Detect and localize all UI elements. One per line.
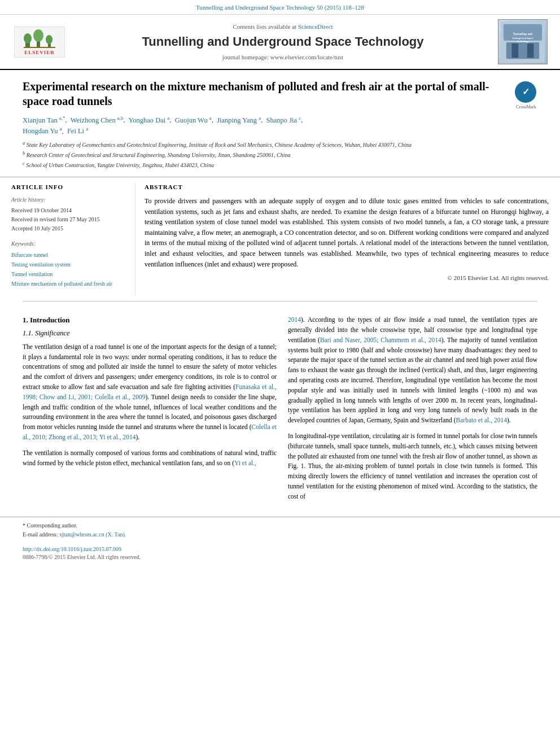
issn-line: 0886-7798/© 2015 Elsevier Ltd. All right… bbox=[23, 553, 537, 561]
sciencedirect-link[interactable]: ScienceDirect bbox=[298, 23, 333, 30]
journal-logo-left: ELSEVIER bbox=[11, 27, 68, 58]
body-para2: The ventilation is normally composed of … bbox=[23, 448, 277, 469]
section-divider bbox=[23, 301, 537, 302]
body-para1: The ventilation design of a road tunnel … bbox=[23, 342, 277, 443]
email-link[interactable]: xjtan@whrsm.ac.cn (X. Tan). bbox=[59, 531, 126, 538]
ref-barbato[interactable]: Barbato et al., 2014 bbox=[456, 417, 507, 423]
journal-title: Tunnelling and Underground Space Technol… bbox=[73, 33, 492, 51]
author-3: Yonghao Dai a bbox=[128, 116, 169, 124]
affiliation-b: b Research Center of Geotechnical and St… bbox=[23, 150, 509, 159]
svg-rect-11 bbox=[527, 43, 534, 58]
affiliation-a: a State Key Laboratory of Geomechanics a… bbox=[23, 140, 509, 149]
crossmark-icon: ✓ bbox=[515, 81, 536, 103]
crossmark-label: CrossMark bbox=[515, 104, 537, 110]
article-history: Article history: Received 19 October 201… bbox=[11, 196, 126, 233]
ref-colella[interactable]: Colella et al., 2010; Zhong et al., 2013… bbox=[23, 423, 277, 440]
body-content: 1. Introduction 1.1. Significance The ve… bbox=[0, 307, 560, 508]
ref-yi[interactable]: Yi et al., bbox=[234, 460, 256, 466]
author-8: Fei Li a bbox=[67, 127, 88, 135]
author-1: Xianjun Tan a,* bbox=[23, 116, 65, 124]
ref-bari[interactable]: Bari and Naser, 2005; Chammem et al., 20… bbox=[320, 337, 441, 343]
svg-point-3 bbox=[33, 29, 43, 42]
keywords-label: Keywords: bbox=[11, 240, 126, 248]
author-2: Weizhong Chen a,b bbox=[71, 116, 124, 124]
left-column: ARTICLE INFO Article history: Received 1… bbox=[11, 183, 135, 295]
doi-link-line: http://dx.doi.org/10.1016/j.tust.2015.07… bbox=[23, 545, 537, 553]
article-title-section: Experimental research on the mixture mec… bbox=[0, 70, 560, 177]
author-6: Shanpo Jia c bbox=[266, 116, 301, 124]
bottom-footer: http://dx.doi.org/10.1016/j.tust.2015.07… bbox=[0, 543, 560, 563]
svg-text:Underground Space: Underground Space bbox=[512, 37, 533, 40]
svg-rect-10 bbox=[512, 43, 519, 58]
journal-logo-right-box: Tunnelling and Underground Space Technol… bbox=[498, 19, 548, 64]
svg-text:Tunnelling and: Tunnelling and bbox=[513, 33, 532, 36]
author-7: Hongdan Yu a bbox=[23, 127, 62, 135]
affiliation-c: c School of Urban Construction, Yangtze … bbox=[23, 160, 509, 169]
abstract-text: To provide drivers and passengers with a… bbox=[145, 196, 549, 269]
authors-line: Xianjun Tan a,*, Weizhong Chen a,b, Yong… bbox=[23, 114, 509, 136]
svg-rect-6 bbox=[24, 47, 55, 48]
keyword-1: Bifurcate tunnel bbox=[11, 250, 126, 260]
email-note: E-mail address: xjtan@whrsm.ac.cn (X. Ta… bbox=[23, 531, 126, 539]
doi-link[interactable]: http://dx.doi.org/10.1016/j.tust.2015.07… bbox=[23, 546, 121, 552]
keywords-list: Bifurcate tunnel Testing ventilation sys… bbox=[11, 250, 126, 289]
ref-2014[interactable]: 2014 bbox=[288, 316, 301, 323]
ref-funasaka[interactable]: Funasaka et al., 1998; Chow and Li, 2001… bbox=[23, 383, 277, 400]
abstract-heading: ABSTRACT bbox=[145, 183, 549, 191]
article-title: Experimental research on the mixture mec… bbox=[23, 79, 509, 108]
article-info-heading: ARTICLE INFO bbox=[11, 183, 126, 191]
author-4: Guojun Wu a bbox=[175, 116, 212, 124]
journal-homepage: journal homepage: www.elsevier.com/locat… bbox=[73, 53, 492, 62]
journal-center: Contents lists available at ScienceDirec… bbox=[73, 23, 492, 62]
elsevier-logo: ELSEVIER bbox=[14, 27, 65, 58]
section1-title: 1. Introduction bbox=[23, 315, 277, 325]
svg-rect-9 bbox=[506, 42, 540, 59]
top-bar: Tunnelling and Underground Space Technol… bbox=[0, 0, 560, 15]
journal-logo-right: Tunnelling and Underground Space Technol… bbox=[498, 19, 549, 64]
affiliations: a State Key Laboratory of Geomechanics a… bbox=[23, 140, 509, 170]
article-title-text: Experimental research on the mixture mec… bbox=[23, 79, 509, 171]
sciencedirect-line: Contents lists available at ScienceDirec… bbox=[73, 23, 492, 31]
main-content: ARTICLE INFO Article history: Received 1… bbox=[0, 183, 560, 295]
body-right-para1: 2014). According to the types of air flo… bbox=[288, 315, 537, 426]
corresponding-author-note: * Corresponding author. bbox=[23, 522, 126, 530]
keyword-3: Tunnel ventilation bbox=[11, 269, 126, 279]
journal-header: ELSEVIER Contents lists available at Sci… bbox=[0, 15, 560, 70]
body-right: 2014). According to the types of air flo… bbox=[288, 315, 537, 508]
journal-citation: Tunnelling and Underground Space Technol… bbox=[196, 4, 364, 11]
abstract-column: ABSTRACT To provide drivers and passenge… bbox=[135, 183, 549, 295]
svg-point-5 bbox=[46, 35, 53, 44]
keyword-2: Testing ventilation system bbox=[11, 260, 126, 269]
footer-left: * Corresponding author. E-mail address: … bbox=[23, 522, 126, 539]
keywords-block: Keywords: Bifurcate tunnel Testing venti… bbox=[11, 240, 126, 289]
body-right-para2: In longitudinal-type ventilation, circul… bbox=[288, 431, 537, 502]
svg-text:Technology: Technology bbox=[517, 40, 529, 43]
copyright: © 2015 Elsevier Ltd. All rights reserved… bbox=[145, 274, 549, 282]
svg-point-1 bbox=[24, 33, 32, 43]
subsection1-title: 1.1. Significance bbox=[23, 329, 277, 339]
author-5: Jianping Yang a bbox=[217, 116, 261, 124]
keyword-4: Mixture mechanism of polluted and fresh … bbox=[11, 279, 126, 289]
history-label: Article history: bbox=[11, 196, 126, 204]
crossmark-badge: ✓ CrossMark bbox=[515, 81, 537, 104]
body-left: 1. Introduction 1.1. Significance The ve… bbox=[23, 315, 277, 508]
footer-bar: * Corresponding author. E-mail address: … bbox=[0, 517, 560, 543]
received-date: Received 19 October 2014 Received in rev… bbox=[11, 206, 126, 233]
